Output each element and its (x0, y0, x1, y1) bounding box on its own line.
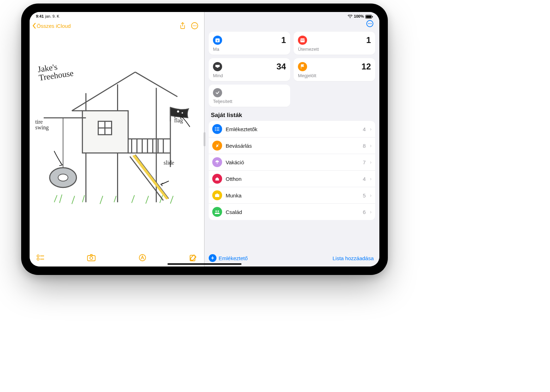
share-button[interactable] (178, 21, 187, 30)
list-count: 6 (363, 209, 366, 215)
svg-point-6 (196, 25, 196, 26)
summary-count-flagged: 12 (361, 62, 371, 72)
flag-icon (298, 62, 307, 71)
compose-icon (189, 254, 197, 262)
chevron-right-icon: › (370, 209, 372, 215)
svg-point-61 (301, 40, 302, 41)
split-view-divider[interactable] (204, 132, 206, 146)
summary-count-today: 1 (281, 35, 286, 45)
svg-point-40 (58, 174, 68, 181)
sketch-label-tire-swing: tire swing (35, 119, 49, 130)
svg-line-14 (146, 196, 148, 204)
svg-point-55 (371, 23, 372, 24)
chevron-right-icon: › (370, 192, 372, 198)
reminders-more-button[interactable] (365, 19, 374, 28)
house-icon (212, 174, 222, 184)
today-icon: 9 (213, 36, 222, 45)
list-row-shopping[interactable]: Bevásárlás 8 › (209, 137, 375, 154)
summary-label-scheduled: Ütemezett (298, 47, 371, 52)
umbrella-icon (212, 157, 222, 167)
checklist-icon (37, 255, 44, 261)
ellipsis-circle-icon (366, 20, 374, 27)
reminders-header (204, 12, 379, 30)
list-name: Munka (226, 192, 359, 198)
svg-line-16 (170, 196, 173, 204)
svg-point-66 (215, 129, 216, 130)
svg-point-62 (302, 40, 303, 41)
list-row-home[interactable]: Otthon 4 › (209, 171, 375, 187)
svg-point-64 (215, 127, 216, 128)
list-icon (212, 124, 222, 134)
camera-button[interactable] (87, 253, 96, 262)
list-count: 7 (363, 159, 366, 165)
carrot-icon (212, 141, 222, 151)
ellipsis-circle-icon (191, 22, 198, 30)
camera-icon (87, 254, 96, 261)
svg-point-74 (218, 210, 219, 212)
summary-card-flagged[interactable]: 12 Megjelölt (294, 58, 375, 81)
list-count: 4 (363, 126, 366, 132)
list-name: Vakáció (226, 159, 359, 165)
calendar-icon (298, 36, 307, 45)
summary-count-scheduled: 1 (366, 35, 371, 45)
list-count: 4 (363, 176, 366, 182)
summary-label-today: Ma (213, 47, 286, 52)
lists-section-title: Saját listák (204, 107, 379, 120)
summary-card-scheduled[interactable]: 1 Ütemezett (294, 32, 375, 55)
svg-line-12 (114, 196, 116, 202)
list-count: 8 (363, 143, 366, 149)
summary-label-completed: Teljesített (213, 99, 286, 104)
checklist-button[interactable] (36, 253, 45, 262)
summary-label-flagged: Megjelölt (298, 73, 371, 78)
list-count: 5 (363, 192, 366, 198)
notes-header: Összes iCloud (30, 12, 204, 32)
add-reminder-label: Emlékeztető (219, 255, 248, 261)
list-row-reminders[interactable]: Emlékeztetők 4 › (209, 121, 375, 137)
tray-icon (213, 62, 222, 71)
list-row-family[interactable]: Család 6 › (209, 204, 375, 220)
svg-line-11 (100, 196, 103, 204)
more-button[interactable] (190, 21, 199, 30)
summary-card-all[interactable]: 34 Mind (209, 58, 290, 81)
markup-button[interactable] (138, 253, 147, 262)
svg-line-8 (60, 195, 62, 203)
reminders-app-pane: 9 1 Ma 1 Ütemezett (204, 12, 379, 267)
summary-label-all: Mind (213, 73, 286, 78)
list-name: Család (226, 209, 359, 215)
note-drawing-canvas[interactable]: Jake's Treehouse tire swing pirate flag … (30, 35, 204, 250)
chevron-right-icon: › (370, 176, 372, 182)
sketch-label-slide: slide (164, 160, 174, 166)
back-label: Összes iCloud (37, 23, 71, 29)
svg-line-13 (132, 195, 134, 203)
svg-point-49 (90, 257, 93, 259)
svg-line-25 (72, 72, 135, 111)
ipad-device-frame: 9:41 jan. 9. K 100% Összes iCloud (21, 4, 388, 275)
home-indicator[interactable] (167, 263, 242, 265)
compose-button[interactable] (189, 253, 198, 262)
svg-point-53 (368, 23, 369, 24)
list-name: Emlékeztetők (226, 126, 359, 132)
check-icon (213, 88, 222, 97)
svg-line-9 (72, 196, 75, 204)
summary-card-completed[interactable]: Teljesített (209, 85, 290, 107)
list-row-vacation[interactable]: Vakáció 7 › (209, 154, 375, 171)
svg-rect-71 (215, 194, 219, 197)
markup-icon (139, 254, 146, 262)
summary-card-today[interactable]: 9 1 Ma (209, 32, 290, 55)
list-row-work[interactable]: Munka 5 › (209, 187, 375, 204)
svg-text:9: 9 (217, 39, 219, 42)
chevron-left-icon (32, 23, 36, 29)
svg-point-73 (215, 210, 217, 212)
svg-point-5 (194, 25, 195, 26)
list-name: Otthon (226, 176, 359, 182)
svg-line-10 (82, 195, 85, 202)
add-reminder-button[interactable]: + Emlékeztető (209, 254, 248, 262)
lists-container: Emlékeztetők 4 › Bevásárlás 8 › Va (209, 121, 375, 220)
svg-point-63 (303, 40, 304, 41)
back-button[interactable]: Összes iCloud (32, 23, 71, 29)
chevron-right-icon: › (370, 126, 372, 132)
sketch-label-pirate-flag: pirate flag (174, 112, 187, 123)
chevron-right-icon: › (370, 159, 372, 165)
add-list-button[interactable]: Lista hozzáadása (332, 255, 374, 261)
ipad-screen: 9:41 jan. 9. K 100% Összes iCloud (30, 12, 379, 267)
